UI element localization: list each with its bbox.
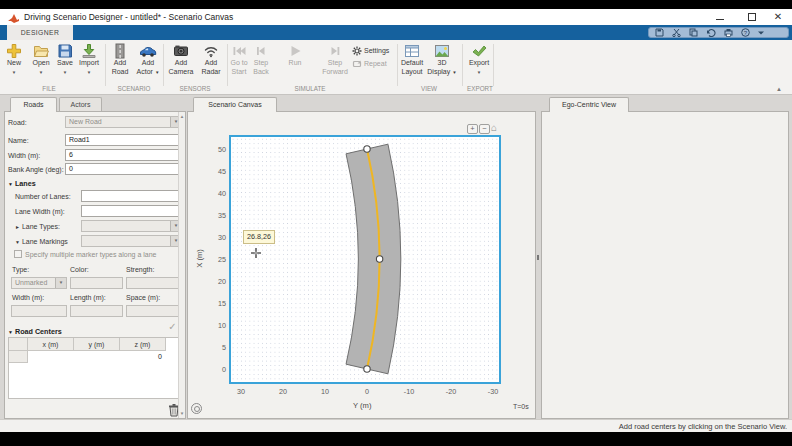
print-icon[interactable] <box>724 28 733 37</box>
y-tick-label: 40 <box>200 189 226 198</box>
caret-down-icon: ▼ <box>15 239 20 245</box>
3d-display-icon <box>424 42 460 59</box>
lane-width-label: Lane Width (m): <box>15 208 65 215</box>
caret-down-icon: ▼ <box>8 181 13 187</box>
zoom-in-button[interactable]: + <box>467 124 478 134</box>
name-field[interactable]: Road1 <box>65 134 182 146</box>
y-tick-label: 20 <box>200 277 226 286</box>
view-mode-icon[interactable] <box>191 403 202 414</box>
marking-space-field[interactable] <box>126 305 182 317</box>
name-label: Name: <box>8 137 29 144</box>
title-bar: Driving Scenario Designer - untitled* - … <box>0 9 792 25</box>
x-axis-label: Y (m) <box>353 401 371 410</box>
multi-marker-checkbox[interactable] <box>14 250 22 258</box>
ribbon-step-back-button: StepBack <box>243 42 279 76</box>
roads-panel: Road: New Road▼ Name: Road1 Width (m): 6… <box>4 111 186 419</box>
x-tick-label: 0 <box>355 387 379 396</box>
ribbon-3d-display-button[interactable]: 3DDisplay ▼ <box>424 42 460 77</box>
zoom-out-button[interactable]: − <box>479 124 490 134</box>
tab-roads[interactable]: Roads <box>10 97 57 112</box>
tab-designer[interactable]: DESIGNER <box>7 25 73 40</box>
help-icon[interactable]: ? <box>741 28 750 37</box>
width-field[interactable]: 6 <box>65 149 182 161</box>
lane-markings-select[interactable]: ▼ <box>81 235 182 247</box>
number-of-lanes-label: Number of Lanes: <box>15 193 71 200</box>
matlab-icon <box>8 13 19 23</box>
undo-icon[interactable] <box>706 28 716 37</box>
road-centers-header[interactable]: ▼ Road Centers <box>8 327 62 336</box>
tab-scenario-canvas[interactable]: Scenario Canvas <box>193 97 277 112</box>
width-label: Width (m): <box>8 152 40 159</box>
y-tick-label: 50 <box>200 145 226 154</box>
type-label: Type: <box>12 266 29 273</box>
caret-right-icon: ► <box>15 224 20 230</box>
x-tick-label: -10 <box>397 387 421 396</box>
y-tick-label: 0 <box>200 365 226 374</box>
y-tick-label: 30 <box>200 233 226 242</box>
ribbon-export-button[interactable]: Export▼ <box>461 42 497 75</box>
scroll-down-icon: ▼ <box>179 411 185 416</box>
window-title: Driving Scenario Designer - untitled* - … <box>24 12 233 22</box>
collapse-ribbon-icon[interactable]: ▲ <box>776 86 782 92</box>
status-bar: Add road centers by clicking on the Scen… <box>0 419 792 432</box>
marking-strength-field[interactable] <box>126 277 182 289</box>
tab-actors[interactable]: Actors <box>59 97 102 111</box>
y-tick-label: 10 <box>200 321 226 330</box>
lane-types-select[interactable]: ▼ <box>81 220 182 232</box>
row-header <box>9 338 28 351</box>
panel-splitter-handle[interactable] <box>537 255 539 260</box>
number-of-lanes-field[interactable] <box>81 190 182 202</box>
run-icon <box>277 42 313 59</box>
status-text: Add road centers by clicking on the Scen… <box>619 422 787 431</box>
y-tick-label: 15 <box>200 299 226 308</box>
maximize-button[interactable] <box>740 9 764 25</box>
marking-color-field[interactable] <box>70 277 123 289</box>
ribbon-section-scenario: SCENARIO <box>99 85 169 92</box>
ribbon-run-button: Run <box>277 42 313 68</box>
lane-types-label[interactable]: ► Lane Types: <box>15 223 60 230</box>
ribbon-repeat-button: Repeat <box>352 58 400 70</box>
ribbon-settings-button[interactable]: Settings <box>352 45 400 57</box>
row1-header[interactable] <box>9 351 28 363</box>
minimize-button[interactable] <box>708 9 732 25</box>
ribbon-section-simulate: SIMULATE <box>275 85 345 92</box>
save-icon[interactable] <box>655 28 664 37</box>
marking-type-select[interactable]: Unmarked▼ <box>11 277 67 289</box>
copy-icon[interactable] <box>689 28 698 37</box>
strength-label: Strength: <box>126 266 154 273</box>
col-z: z (m) <box>120 338 166 351</box>
bank-angle-label: Bank Angle (deg): <box>8 166 64 173</box>
y-axis-label: X (m) <box>195 246 204 272</box>
lane-markings-label[interactable]: ▼ Lane Markings <box>15 238 68 245</box>
road-graphic <box>229 135 501 384</box>
scenario-canvas-panel[interactable]: + − ⌂ 3020100-10-20-30 05101520253035404… <box>187 111 536 419</box>
ribbon-step-forward-button: StepForward <box>317 42 353 76</box>
lanes-section-header[interactable]: ▼ Lanes <box>8 179 36 188</box>
quick-access-toolbar: ? <box>648 27 789 38</box>
ego-centric-panel <box>541 111 789 419</box>
col-x: x (m) <box>28 338 74 351</box>
dropdown-caret-icon: ▼ <box>461 70 497 75</box>
marking-length-field[interactable] <box>70 305 123 317</box>
x-tick-label: 10 <box>313 387 337 396</box>
left-panel-scrollbar[interactable]: ▲ ▼ <box>178 112 185 418</box>
road-centers-table[interactable]: x (m) y (m) z (m) 0 <box>8 337 183 399</box>
close-button[interactable]: ✕ <box>766 9 790 25</box>
ribbon-section-file: FILE <box>14 85 84 92</box>
cut-icon[interactable] <box>672 28 681 37</box>
marking-width-field[interactable] <box>11 305 67 317</box>
road-select[interactable]: New Road▼ <box>65 116 182 128</box>
cursor-tooltip: 26.8,26 <box>243 230 275 244</box>
home-button[interactable]: ⌂ <box>491 123 497 133</box>
marking-length-label: Length (m): <box>70 294 106 301</box>
bank-angle-field[interactable]: 0 <box>65 163 182 175</box>
lane-width-field[interactable] <box>81 205 182 217</box>
tab-ego-centric-view[interactable]: Ego-Centric View <box>549 97 629 112</box>
section-divider <box>493 44 494 86</box>
ribbon-add-actor-button[interactable]: AddActor ▼ <box>130 42 166 77</box>
x-tick-label: 20 <box>271 387 295 396</box>
svg-text:?: ? <box>744 30 748 36</box>
y-tick-label: 45 <box>200 167 226 176</box>
dropdown-icon[interactable] <box>758 28 764 37</box>
x-tick-label: 30 <box>229 387 253 396</box>
